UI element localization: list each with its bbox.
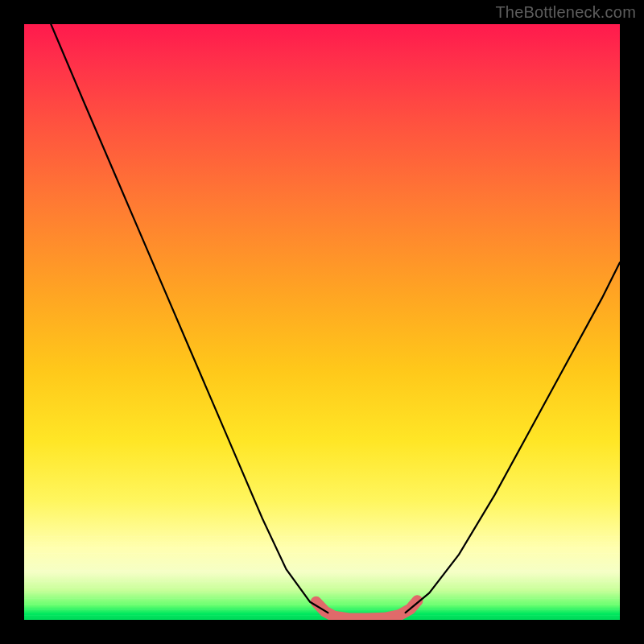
right-branch-path bbox=[406, 262, 620, 613]
chart-frame: TheBottleneck.com bbox=[0, 0, 644, 644]
valley-accent-path bbox=[316, 601, 418, 618]
left-branch-path bbox=[51, 24, 328, 613]
plot-area bbox=[24, 24, 620, 620]
watermark-text: TheBottleneck.com bbox=[495, 3, 636, 22]
curve-layer bbox=[24, 24, 620, 620]
